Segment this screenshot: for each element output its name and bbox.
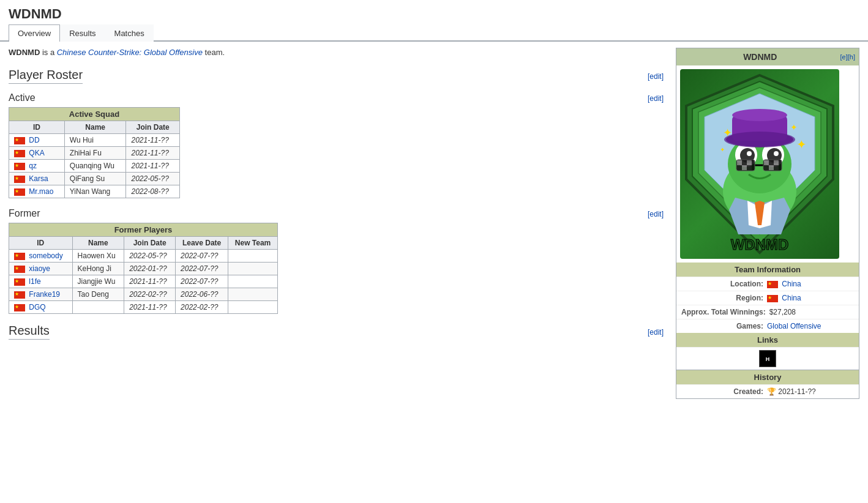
player-id-link[interactable]: Karsa (29, 174, 48, 183)
fplayer-id-link[interactable]: Franke19 (29, 290, 60, 299)
location-link[interactable]: China (782, 280, 801, 288)
svg-rect-22 (747, 165, 752, 170)
fplayer-id-cell: somebody (9, 250, 73, 263)
fcol-leave-date: Leave Date (176, 237, 228, 250)
fplayer-new-team (228, 250, 278, 263)
player-roster-section: Player Roster [edit] Active [edit] Activ… (9, 68, 664, 314)
fplayer-join-date: 2021-11-?? (124, 275, 176, 288)
active-header: Active [edit] (9, 92, 664, 103)
svg-rect-18 (742, 160, 747, 165)
intro-suffix: team. (205, 48, 225, 57)
content-area: WDNMD is a Chinese Counter-Strike: Globa… (9, 48, 664, 399)
svg-text:WDNMD: WDNMD (731, 236, 789, 253)
results-section: Results [edit] (9, 324, 664, 345)
infobox-logo: ✦ ✦ ✦ ✦ (676, 65, 859, 263)
player-name-cell: Quanqing Wu (64, 160, 126, 173)
infobox-info-title: Team Information (676, 263, 859, 277)
col-join-date: Join Date (126, 121, 180, 134)
infobox-history-link[interactable]: [h] (848, 53, 855, 61)
fplayer-new-team (228, 288, 278, 301)
fplayer-id-link[interactable]: xiaoye (29, 264, 50, 273)
player-name-cell: YiNan Wang (64, 185, 126, 198)
infobox-winnings-row: Approx. Total Winnings: $27,208 (676, 305, 859, 319)
page-title: WDNMD (9, 6, 859, 22)
fplayer-id-link[interactable]: somebody (29, 252, 62, 260)
svg-point-10 (747, 151, 752, 156)
infobox-edit-link[interactable]: [e] (840, 53, 848, 61)
player-flag (14, 176, 25, 183)
tab-matches[interactable]: Matches (105, 24, 154, 42)
fcol-join-date: Join Date (124, 237, 176, 250)
results-title: Results (9, 324, 50, 340)
infobox-location-row: Location: China (676, 277, 859, 291)
svg-rect-28 (774, 165, 779, 170)
player-flag (14, 150, 25, 157)
player-name-cell: ZhiHai Fu (64, 147, 126, 160)
player-id-link[interactable]: Mr.mao (29, 187, 53, 196)
svg-rect-25 (774, 160, 779, 165)
games-label: Games: (681, 322, 767, 330)
fplayer-join-date: 2022-02-?? (124, 288, 176, 301)
location-label: Location: (681, 280, 767, 288)
former-caption: Former Players (9, 223, 278, 237)
player-join-date: 2021-11-?? (126, 147, 180, 160)
fplayer-flag (14, 291, 25, 299)
infobox-team-name: WDNMD (680, 52, 840, 62)
col-name: Name (64, 121, 126, 134)
player-id-cell: Karsa (9, 173, 65, 185)
player-join-date: 2022-08-?? (126, 185, 180, 198)
games-value: Global Offensive (767, 322, 821, 330)
active-caption: Active Squad (9, 108, 180, 121)
fplayer-id-link[interactable]: l1fe (29, 277, 40, 286)
infobox-links-title: Links (676, 333, 859, 347)
games-link[interactable]: Global Offensive (767, 322, 821, 330)
fplayer-flag (14, 253, 25, 260)
player-name-cell: Wu Hui (64, 134, 126, 147)
player-id-link[interactable]: qz (29, 162, 37, 170)
player-id-cell: qz (9, 160, 65, 173)
intro-text: WDNMD is a Chinese Counter-Strike: Globa… (9, 48, 664, 57)
region-value: China (767, 294, 801, 302)
table-row: QKA ZhiHai Fu 2021-11-?? (9, 147, 180, 160)
page-header: WDNMD (0, 0, 868, 24)
results-edit[interactable]: [edit] (648, 328, 664, 337)
fplayer-name-cell: KeHong Ji (72, 263, 124, 275)
fcol-new-team: New Team (228, 237, 278, 250)
fplayer-join-date: 2022-01-?? (124, 263, 176, 275)
former-title: Former (9, 208, 40, 219)
infobox-links: H (676, 347, 859, 370)
former-edit[interactable]: [edit] (648, 210, 664, 218)
fplayer-leave-date: 2022-07-?? (176, 263, 228, 275)
svg-rect-23 (764, 160, 769, 165)
player-id-link[interactable]: QKA (29, 149, 44, 157)
svg-rect-27 (769, 165, 774, 170)
active-edit[interactable]: [edit] (648, 94, 664, 103)
table-row: qz Quanqing Wu 2021-11-?? (9, 160, 180, 173)
former-header: Former [edit] (9, 208, 664, 219)
player-id-link[interactable]: DD (29, 136, 39, 144)
fplayer-leave-date: 2022-07-?? (176, 250, 228, 263)
svg-point-32 (724, 132, 795, 147)
intro-game-link[interactable]: Chinese Counter-Strike: Global Offensive (57, 48, 203, 57)
player-roster-edit[interactable]: [edit] (648, 72, 664, 81)
player-id-cell: Mr.mao (9, 185, 65, 198)
fplayer-id-link[interactable]: DGQ (29, 303, 45, 311)
active-section: Active [edit] Active Squad ID Name Join … (9, 92, 664, 198)
table-row: Mr.mao YiNan Wang 2022-08-?? (9, 185, 180, 198)
fplayer-name-cell: Jiangjie Wu (72, 275, 124, 288)
sidebar: WDNMD [e][h] (676, 48, 859, 399)
player-flag (14, 137, 25, 144)
player-flag (14, 163, 25, 170)
svg-rect-17 (737, 160, 742, 165)
location-value: China (767, 280, 801, 288)
hltv-icon[interactable]: H (759, 350, 776, 367)
tab-results[interactable]: Results (60, 24, 105, 42)
player-name-cell: QiFang Su (64, 173, 126, 185)
infobox-history-title: History (676, 370, 859, 384)
main-layout: WDNMD is a Chinese Counter-Strike: Globa… (0, 42, 868, 405)
svg-rect-19 (747, 160, 752, 165)
infobox-games-row: Games: Global Offensive (676, 319, 859, 333)
region-link[interactable]: China (782, 294, 801, 302)
tab-overview[interactable]: Overview (9, 24, 60, 42)
svg-text:✦: ✦ (796, 138, 807, 151)
